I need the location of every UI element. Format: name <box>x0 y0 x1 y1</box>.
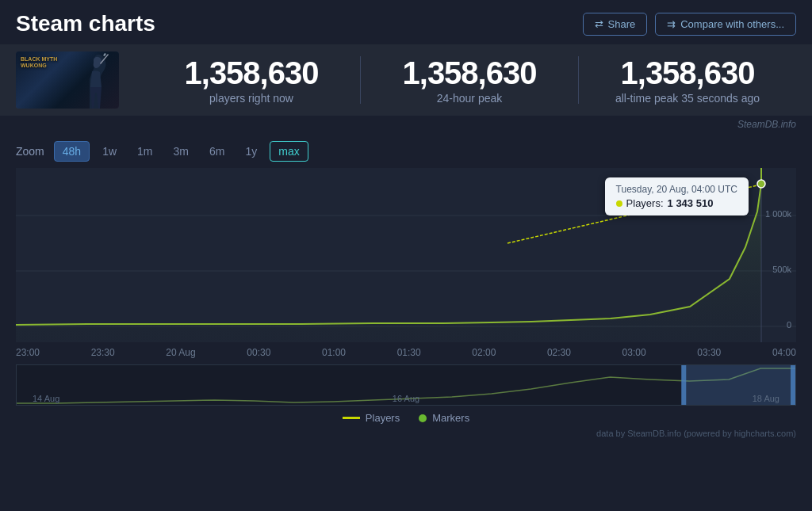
stat-24h-peak: 1,358,630 24-hour peak <box>361 48 578 112</box>
stats-bar: BLACK MYTH WUKONG 1,358,630 players righ… <box>0 44 812 116</box>
tooltip-date: Tuesday, 20 Aug, 04:00 UTC <box>616 184 737 195</box>
svg-point-6 <box>757 180 765 188</box>
legend-markers-dot <box>419 414 427 422</box>
legend-markers: Markers <box>419 412 469 424</box>
y-label-500k: 500k <box>772 265 791 274</box>
legend-players-label: Players <box>366 412 400 424</box>
mini-chart[interactable]: 14 Aug 16 Aug 18 Aug <box>16 364 796 406</box>
zoom-max[interactable]: max <box>270 141 308 162</box>
mini-label-16aug: 16 Aug <box>393 394 419 403</box>
tooltip-players-label: Players: <box>626 197 664 209</box>
x-label-0100: 01:00 <box>322 347 346 358</box>
zoom-48h[interactable]: 48h <box>54 141 90 162</box>
page-title: Steam charts <box>16 11 155 36</box>
zoom-3m[interactable]: 3m <box>166 142 197 161</box>
legend-players-line <box>343 417 360 419</box>
footer-attribution: data by SteamDB.info (powered by highcha… <box>0 427 812 444</box>
current-players-label: players right now <box>143 92 360 105</box>
24h-peak-value: 1,358,630 <box>361 55 578 90</box>
zoom-1m[interactable]: 1m <box>129 142 160 161</box>
legend-markers-label: Markers <box>432 412 469 424</box>
x-label-20aug: 20 Aug <box>166 347 195 358</box>
tooltip-players-value: 1 343 510 <box>668 197 714 209</box>
24h-peak-label: 24-hour peak <box>361 92 578 105</box>
x-axis-labels: 23:00 23:30 20 Aug 00:30 01:00 01:30 02:… <box>0 342 812 358</box>
main-chart: 1 000k 500k 0 Tuesday, 20 Aug, 04:00 UTC… <box>16 168 796 342</box>
x-label-0400: 04:00 <box>772 347 796 358</box>
alltime-peak-value: 1,358,630 <box>579 55 796 90</box>
x-label-0200: 02:00 <box>472 347 496 358</box>
x-label-0130: 01:30 <box>397 347 421 358</box>
stat-alltime-peak: 1,358,630 all-time peak 35 seconds ago <box>579 48 796 112</box>
zoom-label: Zoom <box>16 145 44 158</box>
compare-icon: ⇉ <box>667 18 676 30</box>
share-button[interactable]: ⇄ Share <box>583 13 648 36</box>
compare-button[interactable]: ⇉ Compare with others... <box>655 13 796 36</box>
zoom-controls: Zoom 48h 1w 1m 3m 6m 1y max <box>0 132 812 168</box>
tooltip-value: Players: 1 343 510 <box>616 197 737 209</box>
game-title-overlay: BLACK MYTH WUKONG <box>21 56 57 70</box>
zoom-1y[interactable]: 1y <box>237 142 265 161</box>
x-label-2330: 23:30 <box>91 347 115 358</box>
steamdb-attribution: SteamDB.info <box>0 116 812 132</box>
y-label-1000k: 1 000k <box>765 209 791 219</box>
stat-current-players: 1,358,630 players right now <box>143 48 360 112</box>
chart-legend: Players Markers <box>0 406 812 427</box>
y-label-0: 0 <box>787 320 791 330</box>
x-label-0330: 03:30 <box>697 347 721 358</box>
mini-chart-labels: 14 Aug 16 Aug 18 Aug <box>17 394 795 403</box>
zoom-1w[interactable]: 1w <box>94 142 124 161</box>
tooltip-indicator <box>616 200 622 207</box>
header: Steam charts ⇄ Share ⇉ Compare with othe… <box>0 0 812 44</box>
mini-label-18aug: 18 Aug <box>753 394 779 403</box>
chart-tooltip: Tuesday, 20 Aug, 04:00 UTC Players: 1 34… <box>605 177 749 215</box>
alltime-peak-label: all-time peak 35 seconds ago <box>579 92 796 105</box>
legend-players: Players <box>343 412 400 424</box>
x-label-0030: 00:30 <box>247 347 270 358</box>
x-label-2300: 23:00 <box>16 347 40 358</box>
x-label-0300: 03:00 <box>622 347 646 358</box>
header-actions: ⇄ Share ⇉ Compare with others... <box>583 13 796 36</box>
share-icon: ⇄ <box>595 18 603 30</box>
x-label-0230: 02:30 <box>547 347 571 358</box>
game-thumbnail: BLACK MYTH WUKONG <box>16 51 119 109</box>
zoom-6m[interactable]: 6m <box>201 142 232 161</box>
current-players-value: 1,358,630 <box>143 55 360 90</box>
mini-label-14aug: 14 Aug <box>33 394 59 403</box>
